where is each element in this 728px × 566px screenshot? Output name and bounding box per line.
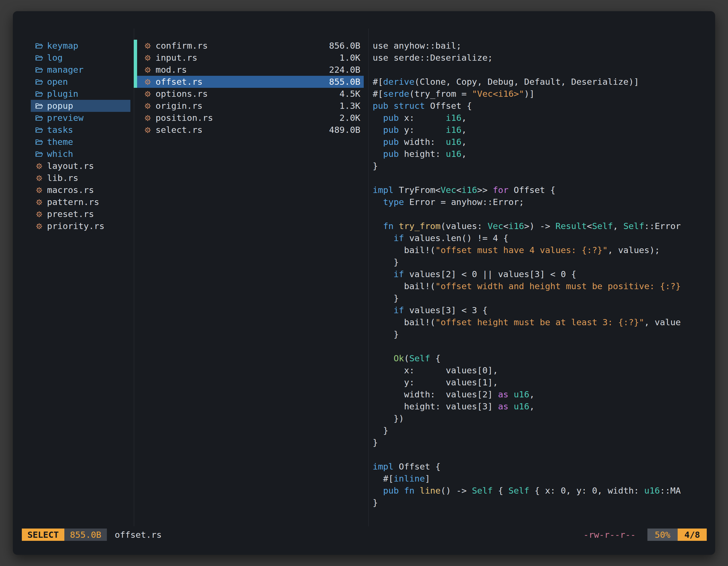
code-preview[interactable]: use anyhow::bail;use serde::Deserialize;…: [373, 40, 711, 528]
status-right-group: -rw-r--r-- 50% 4/8: [583, 529, 707, 541]
code-line: }: [373, 497, 711, 509]
panes-area: keymap log: [13, 40, 715, 528]
file-row-body: select.rs 489.0B: [137, 124, 364, 136]
parent-list-item[interactable]: macros.rs: [31, 184, 130, 196]
parent-list-item[interactable]: manager: [31, 64, 130, 76]
parent-list-item[interactable]: lib.rs: [31, 172, 130, 184]
entry-name: pattern.rs: [47, 196, 99, 208]
rust-file-icon: [35, 198, 44, 207]
file-list-item[interactable]: origin.rs 1.3K: [134, 100, 364, 112]
code-line: }: [373, 160, 711, 172]
code-line: pub x: i16,: [373, 112, 711, 124]
rust-file-icon: [143, 90, 152, 98]
rust-file-icon: [143, 65, 152, 74]
status-file-name: offset.rs: [115, 530, 162, 540]
file-list-item[interactable]: offset.rs 855.0B: [134, 76, 364, 88]
folder-open-icon: [35, 150, 44, 159]
code-line: [373, 172, 711, 184]
file-list-item[interactable]: select.rs 489.0B: [134, 124, 364, 136]
rust-file-icon: [143, 114, 152, 123]
code-line: }: [373, 328, 711, 340]
code-line: fn try_from(values: Vec<i16>) -> Result<…: [373, 220, 711, 232]
selection-marker: [134, 76, 137, 88]
code-line: y: values[1],: [373, 376, 711, 388]
entry-name: macros.rs: [47, 184, 94, 196]
code-line: pub width: u16,: [373, 136, 711, 148]
file-name: position.rs: [156, 112, 213, 124]
rust-file-icon: [35, 222, 44, 231]
parent-list-item[interactable]: plugin: [31, 88, 130, 100]
entry-name: plugin: [47, 88, 78, 100]
parent-list-item[interactable]: keymap: [31, 40, 130, 52]
parent-list-item[interactable]: layout.rs: [31, 160, 130, 172]
folder-open-icon: [35, 78, 44, 86]
file-list-item[interactable]: options.rs 4.5K: [134, 88, 364, 100]
code-line: bail!("offset height must be at least 3:…: [373, 316, 711, 328]
code-line: if values.len() != 4 {: [373, 232, 711, 244]
parent-list-item[interactable]: preset.rs: [31, 208, 130, 220]
rust-file-icon: [35, 162, 44, 171]
folder-open-icon: [35, 126, 44, 135]
rust-file-icon: [143, 78, 152, 86]
file-list-item[interactable]: mod.rs 224.0B: [134, 64, 364, 76]
file-row-body: input.rs 1.0K: [137, 52, 364, 64]
code-line: }: [373, 436, 711, 448]
code-line: #[serde(try_from = "Vec<i16>")]: [373, 88, 711, 100]
rust-file-icon: [143, 102, 152, 111]
rust-file-icon: [143, 126, 152, 135]
entry-name: preset.rs: [47, 208, 94, 220]
code-line: #[inline]: [373, 473, 711, 485]
entry-name: open: [47, 76, 68, 88]
file-size: 4.5K: [339, 88, 360, 100]
current-directory-pane[interactable]: confirm.rs 856.0B input.rs 1.0K: [134, 40, 364, 136]
file-row-body: offset.rs 855.0B: [137, 76, 364, 88]
parent-list-item[interactable]: priority.rs: [31, 220, 130, 232]
folder-open-icon: [35, 41, 44, 50]
code-line: [373, 340, 711, 352]
code-line: height: values[3] as u16,: [373, 400, 711, 412]
entry-name: which: [47, 148, 73, 160]
folder-open-icon: [35, 65, 44, 74]
code-line: [373, 448, 711, 461]
entry-name: theme: [47, 136, 73, 148]
parent-list-item[interactable]: open: [31, 76, 130, 88]
parent-list-item[interactable]: log: [31, 52, 130, 64]
parent-list-item[interactable]: preview: [31, 112, 130, 124]
file-size: 1.3K: [339, 100, 360, 112]
folder-open-icon: [35, 138, 44, 147]
parent-list-item[interactable]: pattern.rs: [31, 196, 130, 208]
file-row-body: mod.rs 224.0B: [137, 64, 364, 76]
rust-file-icon: [35, 210, 44, 219]
file-row-body: position.rs 2.0K: [137, 112, 364, 124]
code-line: [373, 64, 711, 76]
rust-file-icon: [143, 53, 152, 62]
file-size: 856.0B: [329, 40, 360, 52]
entry-name: popup: [47, 100, 73, 112]
file-list-item[interactable]: input.rs 1.0K: [134, 52, 364, 64]
file-size: 855.0B: [329, 76, 360, 88]
parent-list-item[interactable]: tasks: [31, 124, 130, 136]
code-line: x: values[0],: [373, 364, 711, 376]
file-size: 224.0B: [329, 64, 360, 76]
code-line: #[derive(Clone, Copy, Debug, Default, De…: [373, 76, 711, 88]
entry-name: lib.rs: [47, 172, 78, 184]
selection-marker: [134, 88, 137, 100]
entry-name: manager: [47, 64, 84, 76]
folder-open-icon: [35, 53, 44, 62]
code-line: }: [373, 292, 711, 304]
file-name: options.rs: [156, 88, 208, 100]
parent-list-item[interactable]: theme: [31, 136, 130, 148]
selection-marker: [134, 64, 137, 76]
code-line: }): [373, 412, 711, 424]
file-list-item[interactable]: confirm.rs 856.0B: [134, 40, 364, 52]
code-line: type Error = anyhow::Error;: [373, 196, 711, 208]
code-line: if values[2] < 0 || values[3] < 0 {: [373, 268, 711, 280]
file-list-item[interactable]: position.rs 2.0K: [134, 112, 364, 124]
parent-list-item[interactable]: popup: [31, 100, 130, 112]
folder-open-icon: [35, 90, 44, 98]
code-line: Ok(Self {: [373, 352, 711, 364]
entry-name: keymap: [47, 40, 78, 52]
parent-list-item[interactable]: which: [31, 148, 130, 160]
parent-directory-pane[interactable]: keymap log: [31, 40, 130, 232]
selection-marker: [134, 40, 137, 52]
